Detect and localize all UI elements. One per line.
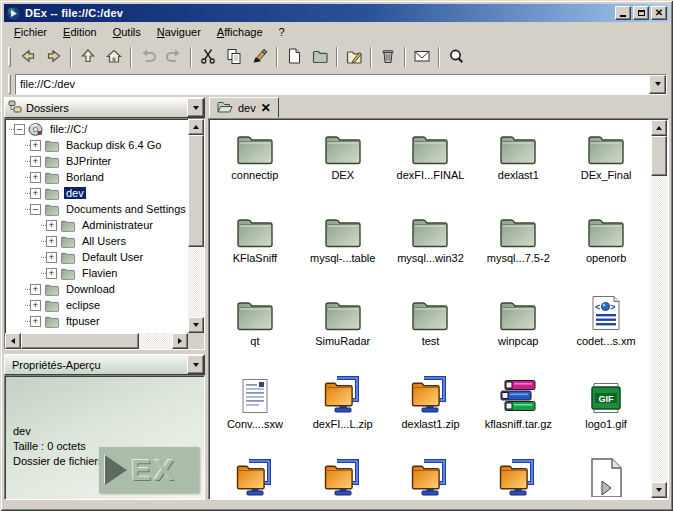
- folders-panel-header[interactable]: Dossiers: [4, 97, 205, 118]
- properties-panel-header[interactable]: Propriétés-Aperçu: [4, 354, 205, 375]
- file-label[interactable]: DEX: [331, 169, 354, 181]
- file-label[interactable]: logo1.gif: [585, 418, 627, 430]
- address-dropdown-button[interactable]: [649, 75, 666, 94]
- tree-item-ftpuser[interactable]: +ftpuser: [7, 313, 187, 329]
- paste-button[interactable]: [247, 44, 273, 70]
- cut-button[interactable]: [195, 44, 221, 70]
- close-button[interactable]: ✕: [651, 6, 667, 20]
- file-label[interactable]: KFlaSniff: [233, 252, 277, 264]
- tree-item-download[interactable]: +Download: [7, 281, 187, 297]
- addressbar-grip[interactable]: [8, 74, 11, 94]
- file-item-mysql-7-5-2[interactable]: mysql...7.5-2: [474, 208, 562, 291]
- home-button[interactable]: [101, 44, 127, 70]
- file-item-conv-sxw[interactable]: Conv....sxw: [211, 374, 299, 457]
- edit-button[interactable]: [341, 44, 367, 70]
- scroll-down-button[interactable]: [188, 317, 204, 333]
- tree-item-flavien[interactable]: +Flavien: [7, 265, 187, 281]
- file-label[interactable]: kflasniff.tar.gz: [485, 418, 552, 430]
- menu-naviguer[interactable]: Naviguer: [149, 24, 209, 40]
- file-item-codet-s-xm[interactable]: <>codet...s.xm: [562, 291, 650, 374]
- expand-toggle[interactable]: +: [30, 316, 41, 327]
- tree-item-label[interactable]: Administrateur: [80, 219, 155, 231]
- collapse-toggle[interactable]: –: [30, 204, 41, 215]
- new-file-button[interactable]: [281, 44, 307, 70]
- address-input[interactable]: [16, 75, 649, 94]
- menu-edition[interactable]: Edition: [55, 24, 105, 40]
- back-button[interactable]: [15, 44, 41, 70]
- file-item[interactable]: [562, 457, 650, 498]
- file-item-dex[interactable]: DEX: [299, 125, 387, 208]
- file-item[interactable]: [299, 457, 387, 498]
- collapse-toggle[interactable]: –: [14, 124, 25, 135]
- file-label[interactable]: dexFI...FINAL: [397, 169, 465, 181]
- expand-toggle[interactable]: +: [46, 252, 57, 263]
- file-item-qt[interactable]: qt: [211, 291, 299, 374]
- file-label[interactable]: dexlast1: [498, 169, 539, 181]
- tree-item-label[interactable]: file://C:/: [48, 123, 89, 135]
- tree-vertical-scrollbar[interactable]: [188, 119, 204, 333]
- tree-item-administrateur[interactable]: +Administrateur: [7, 217, 187, 233]
- tree-item-label[interactable]: dev: [64, 187, 86, 199]
- tree-item-label[interactable]: Backup disk 6.4 Go: [64, 139, 163, 151]
- file-item[interactable]: [387, 457, 475, 498]
- scroll-right-button[interactable]: [172, 333, 188, 349]
- file-item-simuradar[interactable]: SimuRadar: [299, 291, 387, 374]
- scroll-up-button[interactable]: [651, 120, 667, 136]
- scroll-down-button[interactable]: [651, 482, 667, 498]
- forward-button[interactable]: [41, 44, 67, 70]
- folders-header-dropdown-button[interactable]: [187, 98, 204, 117]
- tree-item-backup-disk-6-4-go[interactable]: +Backup disk 6.4 Go: [7, 137, 187, 153]
- file-label[interactable]: mysql...win32: [397, 252, 464, 264]
- file-label[interactable]: Conv....sxw: [227, 418, 283, 430]
- tree-horizontal-scrollbar[interactable]: [5, 333, 188, 349]
- file-item-mysql-win32[interactable]: mysql...win32: [387, 208, 475, 291]
- expand-toggle[interactable]: +: [30, 156, 41, 167]
- file-item-kflasniff-tar-gz[interactable]: kflasniff.tar.gz: [474, 374, 562, 457]
- file-item-dexfi-l-zip[interactable]: dexFI...L.zip: [299, 374, 387, 457]
- minimize-button[interactable]: [615, 6, 631, 20]
- tree-item-default-user[interactable]: +Default User: [7, 249, 187, 265]
- tree-item-label[interactable]: Download: [64, 283, 117, 295]
- tree-item-label[interactable]: eclipse: [64, 299, 102, 311]
- file-item-logo1-gif[interactable]: GIFlogo1.gif: [562, 374, 650, 457]
- scrollbar-thumb[interactable]: [188, 135, 204, 247]
- file-label[interactable]: SimuRadar: [315, 335, 370, 347]
- file-label[interactable]: dexFI...L.zip: [313, 418, 373, 430]
- tree-item-label[interactable]: Documents and Settings: [64, 203, 187, 215]
- file-label[interactable]: dexlast1.zip: [401, 418, 459, 430]
- scrollbar-thumb[interactable]: [651, 136, 667, 176]
- file-item-connectip[interactable]: connectip: [211, 125, 299, 208]
- tree-item-label[interactable]: All Users: [80, 235, 128, 247]
- tree-item-label[interactable]: Default User: [80, 251, 145, 263]
- file-item-dexfi-final[interactable]: dexFI...FINAL: [387, 125, 475, 208]
- scroll-left-button[interactable]: [5, 333, 21, 349]
- expand-toggle[interactable]: +: [46, 268, 57, 279]
- file-label[interactable]: codet...s.xm: [576, 335, 635, 347]
- file-item-dexlast1-zip[interactable]: dexlast1.zip: [387, 374, 475, 457]
- menu-help[interactable]: ?: [271, 24, 293, 40]
- toolbar-grip[interactable]: [8, 47, 11, 67]
- file-label[interactable]: openorb: [586, 252, 626, 264]
- file-item[interactable]: [474, 457, 562, 498]
- tree-item-label[interactable]: ftpuser: [64, 315, 102, 327]
- tab-dev[interactable]: dev ✕: [209, 97, 279, 118]
- tree-item-borland[interactable]: +Borland: [7, 169, 187, 185]
- search-button[interactable]: [443, 44, 469, 70]
- file-item-test[interactable]: test: [387, 291, 475, 374]
- tab-close-button[interactable]: ✕: [261, 102, 271, 114]
- tree-item-label[interactable]: Flavien: [80, 267, 119, 279]
- file-label[interactable]: mysql-...table: [310, 252, 375, 264]
- file-item-openorb[interactable]: openorb: [562, 208, 650, 291]
- tree-item-all-users[interactable]: +All Users: [7, 233, 187, 249]
- expand-toggle[interactable]: +: [30, 140, 41, 151]
- expand-toggle[interactable]: +: [30, 300, 41, 311]
- delete-button[interactable]: [375, 44, 401, 70]
- expand-toggle[interactable]: +: [30, 188, 41, 199]
- tree-item-label[interactable]: BJPrinter: [64, 155, 113, 167]
- file-label[interactable]: connectip: [231, 169, 278, 181]
- file-label[interactable]: mysql...7.5-2: [487, 252, 550, 264]
- menu-affichage[interactable]: Affichage: [209, 24, 271, 40]
- scroll-up-button[interactable]: [188, 119, 204, 135]
- scrollbar-thumb[interactable]: [21, 333, 139, 349]
- expand-toggle[interactable]: +: [46, 236, 57, 247]
